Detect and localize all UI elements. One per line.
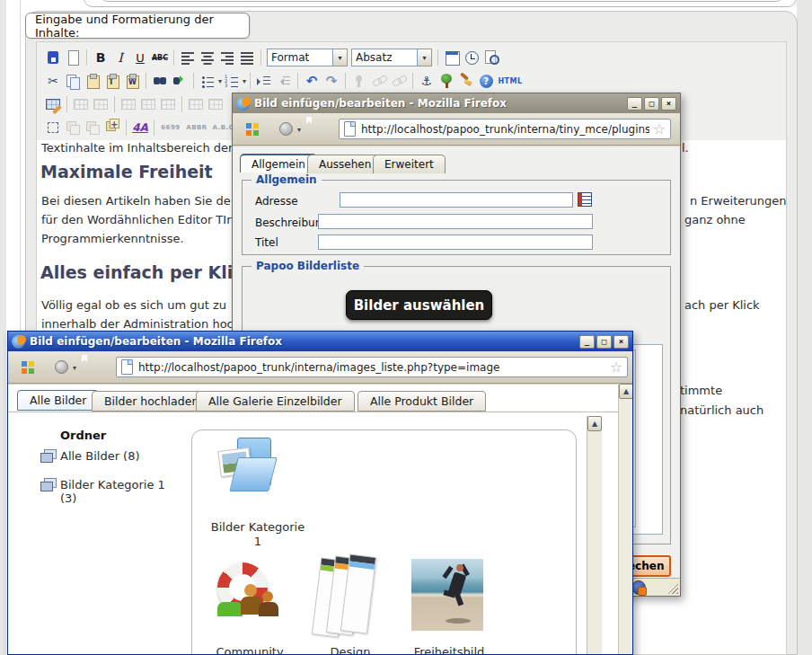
outdent-icon[interactable] (275, 72, 293, 90)
image-icon[interactable] (437, 72, 455, 90)
numbered-list-icon[interactable] (223, 72, 241, 90)
cell-properties-icon[interactable] (92, 95, 110, 113)
select-images-button[interactable]: Bilder auswählen (346, 290, 492, 320)
thumbnail-community[interactable] (216, 561, 284, 633)
tab-aussehen[interactable]: Aussehen (307, 155, 383, 173)
close-button[interactable]: × (613, 335, 629, 349)
copy-icon[interactable] (64, 72, 82, 90)
maximize-button[interactable]: □ (644, 97, 659, 111)
category-folder-label[interactable]: Bilder Kategorie 1 (199, 520, 316, 549)
abbreviation-icon[interactable]: ABBR (186, 124, 207, 131)
window2-titlebar[interactable]: Bild einfügen/bearbeiten - Mozilla Firef… (8, 332, 632, 351)
undo-icon[interactable]: ↶ (306, 73, 318, 89)
window2-browser-toolbar: ▾ http://localhost/papoo_trunk/interna/i… (8, 351, 632, 384)
bullet-list-icon[interactable] (199, 72, 216, 90)
scroll-up-button[interactable]: ▲ (619, 384, 633, 399)
citation-icon[interactable]: 6699 (161, 124, 180, 131)
new-document-icon[interactable] (64, 49, 82, 66)
style-properties-icon[interactable]: 4A (132, 121, 148, 134)
format-select[interactable]: Format ▾ (267, 49, 348, 66)
align-left-icon[interactable] (179, 49, 197, 66)
beschreibung-input[interactable] (318, 214, 593, 229)
align-center-icon[interactable] (199, 49, 216, 66)
delete-row-icon[interactable] (159, 95, 177, 113)
chevron-down-icon[interactable]: ▾ (297, 126, 301, 134)
scroll-up-button[interactable]: ▲ (587, 416, 602, 431)
bold-icon[interactable]: B (96, 50, 106, 65)
link-icon[interactable] (370, 72, 388, 90)
chevron-down-icon[interactable]: ▾ (418, 49, 432, 66)
window2-url-bar[interactable]: http://localhost/papoo_trunk/interna/ima… (116, 357, 628, 377)
status-proxy-icon[interactable] (631, 580, 646, 595)
thumbnail-design[interactable] (316, 555, 384, 645)
paragraph-select[interactable]: Absatz ▾ (351, 49, 432, 66)
minimize-button[interactable]: _ (579, 335, 595, 349)
paste-as-text-icon[interactable]: T (103, 72, 121, 90)
underline-icon[interactable]: U (136, 51, 145, 65)
insert-row-before-icon[interactable] (119, 95, 137, 113)
window-scrollbar[interactable]: ▲ (618, 384, 633, 655)
chevron-down-icon[interactable]: ▾ (73, 364, 76, 372)
italic-icon[interactable]: I (118, 50, 123, 65)
titel-input[interactable] (318, 235, 593, 250)
insert-time-icon[interactable] (463, 49, 481, 66)
insert-column-after-icon[interactable] (207, 95, 225, 113)
tab-produkt-bilder[interactable]: Alle Produkt Bilder (357, 391, 486, 412)
list-scrollbar[interactable]: ▲ (587, 416, 602, 655)
insert-row-after-icon[interactable] (139, 95, 157, 113)
bookmark-star-icon[interactable]: ☆ (610, 360, 622, 375)
adresse-input[interactable] (340, 192, 573, 208)
tab-alle-bilder[interactable]: Alle Bilder (17, 390, 99, 411)
unlink-icon[interactable] (390, 72, 408, 90)
thumbnail-beach-photo[interactable] (411, 559, 483, 631)
align-right-icon[interactable] (218, 49, 236, 66)
align-justify-icon[interactable] (238, 49, 256, 66)
image-list-browse-icon[interactable] (578, 192, 592, 207)
sidebar-item-alle-bilder[interactable]: Alle Bilder (8) (60, 449, 140, 463)
redo-icon[interactable]: ↷ (326, 73, 338, 89)
insert-table-icon[interactable] (44, 95, 62, 113)
strikethrough-icon[interactable]: ABC (152, 54, 168, 62)
chevron-down-icon[interactable]: ▾ (333, 49, 348, 66)
insert-date-icon[interactable] (443, 49, 461, 66)
find-replace-icon[interactable] (171, 72, 189, 90)
help-icon[interactable]: ? (480, 75, 493, 88)
sidebar-item-bilder-kategorie-1[interactable]: Bilder Kategorie 1 (3) (60, 478, 165, 505)
cleanup-icon[interactable] (457, 72, 475, 90)
category-folder-icon[interactable] (219, 438, 277, 495)
send-backward-icon[interactable] (64, 119, 82, 137)
globe-icon[interactable] (55, 360, 68, 374)
tab-erweitert[interactable]: Erweitert (373, 155, 446, 173)
numbered-list-dropdown-icon[interactable]: ▾ (243, 77, 246, 85)
paste-icon[interactable] (84, 72, 102, 90)
find-icon[interactable] (151, 72, 169, 90)
insert-layer-icon[interactable] (103, 119, 121, 137)
bring-forward-icon[interactable] (84, 119, 102, 137)
paste-from-word-icon[interactable]: W (123, 72, 141, 90)
window1-url-bar[interactable]: http://localhost/papoo_trunk/interna/tin… (339, 119, 671, 139)
close-button[interactable]: × (661, 97, 676, 111)
resize-grip[interactable] (667, 583, 678, 594)
media-icon[interactable] (350, 72, 368, 90)
window2-url[interactable]: http://localhost/papoo_trunk/interna/ima… (138, 361, 606, 374)
maximize-button[interactable]: □ (596, 335, 612, 349)
insert-column-before-icon[interactable] (187, 95, 205, 113)
globe-icon[interactable] (279, 122, 293, 136)
window1-url[interactable]: http://localhost/papoo_trunk/interna/tin… (361, 123, 649, 136)
visual-aid-icon[interactable] (44, 119, 62, 137)
window1-titlebar[interactable]: Bild einfügen/bearbeiten - Mozilla Firef… (233, 93, 680, 113)
table-properties-icon[interactable] (72, 95, 90, 113)
editor-text-line: Bei diesen Artikeln haben Sie de (41, 194, 231, 208)
minimize-button[interactable]: _ (627, 97, 642, 111)
cut-icon[interactable]: ✂ (48, 74, 58, 88)
save-icon[interactable] (44, 49, 62, 66)
preview-icon[interactable] (482, 49, 500, 66)
bullet-list-dropdown-icon[interactable]: ▾ (218, 77, 222, 85)
tab-galerie-einzelbilder[interactable]: Alle Galerie Einzelbilder (196, 391, 355, 412)
tab-allgemein[interactable]: Allgemein (240, 154, 317, 173)
bookmark-star-icon[interactable]: ☆ (653, 122, 666, 137)
anchor-icon[interactable]: ⚓ (421, 74, 433, 88)
html-source-icon[interactable]: HTML (498, 77, 522, 85)
separator (345, 73, 346, 89)
indent-icon[interactable] (255, 72, 273, 90)
